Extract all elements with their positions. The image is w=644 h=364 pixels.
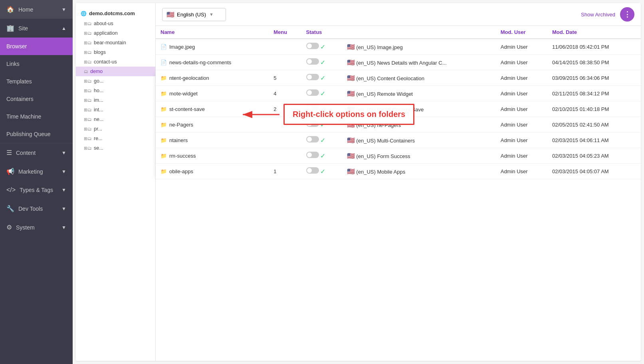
file-icon: 📁 <box>161 75 167 81</box>
table-row[interactable]: 📄news-details-ng-comments ✓🇺🇸 (en_US) Ne… <box>156 55 641 70</box>
locale-flag: 🇺🇸 <box>347 137 355 144</box>
tree-item-application[interactable]: ⊞🗂 application <box>76 28 155 38</box>
tree-item-about-us[interactable]: ⊞🗂 about-us <box>76 19 155 28</box>
file-name: rm-success <box>169 153 196 159</box>
col-status[interactable]: Status <box>301 26 342 39</box>
sidebar-item-dev-tools[interactable]: 🔧 Dev Tools ▼ <box>0 199 73 218</box>
status-toggle[interactable] <box>306 167 319 174</box>
folder-expand-icon: ⊞🗂 <box>84 31 92 36</box>
more-icon: ⋮ <box>624 10 631 19</box>
more-options-button[interactable]: ⋮ <box>620 7 634 22</box>
status-toggle[interactable] <box>306 105 319 111</box>
file-name: ne-Pagers <box>169 122 193 128</box>
status-toggle[interactable] <box>306 121 319 127</box>
folder-expand-icon: ⊞🗂 <box>84 98 92 103</box>
status-toggle[interactable] <box>306 43 319 49</box>
cell-menu <box>269 55 301 70</box>
file-icon: 📁 <box>161 153 167 159</box>
cell-mod-date: 02/10/2015 01:40:18 PM <box>547 101 641 117</box>
cell-mod-user: Admin User <box>496 39 547 55</box>
cell-menu: 4 <box>269 86 301 101</box>
sidebar-item-types-tags[interactable]: </> Types & Tags ▼ <box>0 181 73 199</box>
tree-item-pr[interactable]: ⊞🗂 pr... <box>76 124 155 134</box>
locale-label: (en_US) REST Content Save <box>356 107 424 113</box>
cell-name: 📁obile-apps <box>156 164 269 179</box>
folder-icon: 🗂 <box>84 69 88 74</box>
content-table: Name Menu Status Mod. User Mod. Date 📄Im… <box>156 26 641 179</box>
tree-item-label: ne... <box>94 117 103 122</box>
tree-item-se[interactable]: ⊞🗂 se... <box>76 143 155 153</box>
tree-item-contact-us[interactable]: ⊞🗂 contact-us <box>76 57 155 67</box>
locale-label: (en_US) Image.jpeg <box>356 44 402 50</box>
cell-name: 📄news-details-ng-comments <box>156 55 269 70</box>
folder-expand-icon: ⊞🗂 <box>84 107 92 113</box>
cell-mod-user: Admin User <box>496 133 547 148</box>
status-badge: ✓ <box>320 59 325 66</box>
status-badge: ✓ <box>320 168 325 175</box>
chevron-down-icon: ▼ <box>61 150 66 156</box>
tree-item-int[interactable]: ⊞🗂 int... <box>76 105 155 115</box>
table-row[interactable]: 📁rm-success ✓🇺🇸 (en_US) Form SuccessAdmi… <box>156 148 641 164</box>
cell-mod-user: Admin User <box>496 164 547 179</box>
sidebar-item-marketing[interactable]: 📢 Marketing ▼ <box>0 162 73 181</box>
cell-locale: 🇺🇸 (en_US) Form Success <box>342 148 496 164</box>
cell-mod-user: Admin User <box>496 55 547 70</box>
chevron-down-icon: ▼ <box>61 7 66 12</box>
sidebar-item-system[interactable]: ⚙ System ▼ <box>0 218 73 237</box>
status-toggle[interactable] <box>306 58 319 65</box>
locale-flag: 🇺🇸 <box>347 168 355 175</box>
tree-item-bear-mountain[interactable]: ⊞🗂 bear-mountain <box>76 38 155 47</box>
sidebar-item-label: Browser <box>6 43 27 49</box>
table-row[interactable]: 📁ne-Pagers ✓🇺🇸 (en_US) ne-PagersAdmin Us… <box>156 117 641 133</box>
table-row[interactable]: 📁ntainers ✓🇺🇸 (en_US) Multi-ContainersAd… <box>156 133 641 148</box>
folder-expand-icon: ⊞🗂 <box>84 146 92 151</box>
status-toggle[interactable] <box>306 74 319 80</box>
col-mod-user[interactable]: Mod. User <box>496 26 547 39</box>
tree-item-im[interactable]: ⊞🗂 im... <box>76 95 155 105</box>
col-mod-date[interactable]: Mod. Date <box>547 26 641 39</box>
sidebar-item-time-machine[interactable]: Time Machine <box>0 108 73 125</box>
show-archived-button[interactable]: Show Archived <box>581 12 615 18</box>
table-row[interactable]: 📁obile-apps1 ✓🇺🇸 (en_US) Mobile AppsAdmi… <box>156 164 641 179</box>
sidebar-item-label: System <box>16 224 35 231</box>
tree-item-ho[interactable]: ⊞🗂 ho... <box>76 86 155 95</box>
sidebar-item-label: Publishing Queue <box>6 131 51 137</box>
tree-item-label: re... <box>94 136 103 141</box>
folder-expand-icon: ⊞🗂 <box>84 88 92 93</box>
table-row[interactable]: 📁ntent-geolocation5 ✓🇺🇸 (en_US) Content … <box>156 70 641 86</box>
locale-label: (en_US) Form Success <box>356 153 410 159</box>
tree-item-ne[interactable]: ⊞🗂 ne... <box>76 115 155 124</box>
system-icon: ⚙ <box>6 224 12 231</box>
tree-item-re[interactable]: ⊞🗂 re... <box>76 134 155 143</box>
sidebar-item-browser[interactable]: Browser <box>0 38 73 55</box>
table-row[interactable]: 📁st-content-save2 ✓🇺🇸 (en_US) REST Conte… <box>156 101 641 117</box>
status-toggle[interactable] <box>306 152 319 158</box>
col-name[interactable]: Name <box>156 26 269 39</box>
table-row[interactable]: 📁mote-widget4 ✓🇺🇸 (en_US) Remote WidgetA… <box>156 86 641 101</box>
cell-menu: 2 <box>269 101 301 117</box>
sidebar-item-templates[interactable]: Templates <box>0 73 73 90</box>
sidebar-item-site[interactable]: 🏢 Site ▲ <box>0 19 73 38</box>
sidebar-item-publishing-queue[interactable]: Publishing Queue <box>0 125 73 143</box>
cell-locale: 🇺🇸 (en_US) ne-Pagers <box>342 117 496 133</box>
cell-name: 📁st-content-save <box>156 101 269 117</box>
locale-flag: 🇺🇸 <box>347 75 355 81</box>
folder-expand-icon: ⊞🗂 <box>84 136 92 141</box>
status-toggle[interactable] <box>306 136 319 142</box>
tree-item-demo[interactable]: 🗂 demo <box>76 67 155 76</box>
cell-status: ✓ <box>301 55 342 70</box>
sidebar-item-containers[interactable]: Containers <box>0 90 73 108</box>
tree-item-label: blogs <box>94 49 106 55</box>
sidebar-item-links[interactable]: Links <box>0 55 73 73</box>
sidebar-item-home[interactable]: 🏠 Home ▼ <box>0 0 73 19</box>
sidebar-item-content[interactable]: ☰ Content ▼ <box>0 143 73 162</box>
tree-root[interactable]: 🌐 demo.dotcms.com <box>76 8 155 19</box>
col-menu[interactable]: Menu <box>269 26 301 39</box>
types-icon: </> <box>6 186 16 194</box>
language-selector[interactable]: 🇺🇸 English (US) ▼ <box>162 8 226 21</box>
tree-item-blogs[interactable]: ⊞🗂 blogs <box>76 47 155 57</box>
chevron-down-icon: ▼ <box>61 187 66 193</box>
tree-item-go[interactable]: ⊞🗂 go... <box>76 76 155 86</box>
table-row[interactable]: 📄Image.jpeg ✓🇺🇸 (en_US) Image.jpegAdmin … <box>156 39 641 55</box>
status-toggle[interactable] <box>306 89 319 96</box>
